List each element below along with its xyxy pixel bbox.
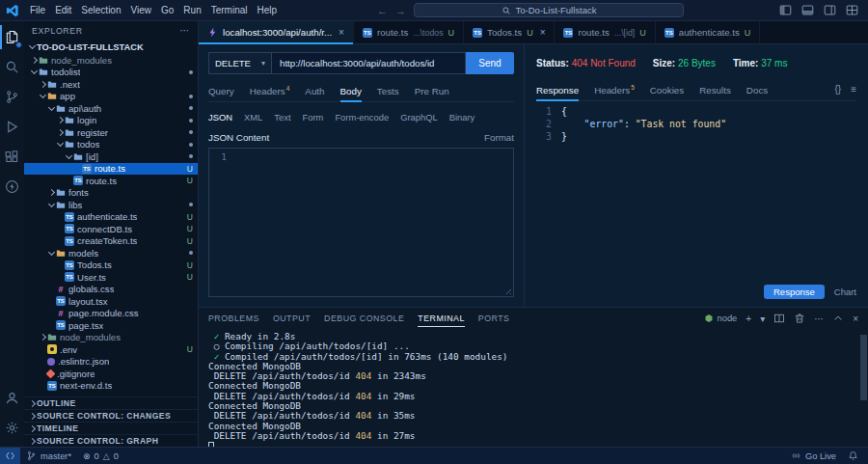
body-type-tab-xml[interactable]: XML: [244, 111, 262, 123]
source-control-icon[interactable]: [0, 83, 24, 111]
close-icon[interactable]: ×: [540, 27, 546, 38]
menu-run[interactable]: Run: [178, 5, 205, 15]
body-type-tab-form-encode[interactable]: Form-encode: [335, 111, 389, 123]
more-actions-icon[interactable]: ⋯: [814, 314, 824, 324]
menu-selection[interactable]: Selection: [76, 5, 125, 15]
request-tab-auth[interactable]: Auth: [305, 83, 324, 101]
menu-view[interactable]: View: [126, 5, 157, 15]
menu-go[interactable]: Go: [156, 5, 178, 15]
remote-indicator[interactable]: [0, 448, 20, 464]
request-tab-pre-run[interactable]: Pre Run: [415, 83, 449, 101]
json-body-editor[interactable]: 1: [208, 148, 514, 297]
customize-layout-icon[interactable]: [846, 4, 858, 16]
close-icon[interactable]: ×: [339, 27, 344, 38]
run-and-debug-icon[interactable]: [0, 113, 24, 141]
split-terminal-icon[interactable]: [773, 313, 785, 324]
response-tab-results[interactable]: Results: [699, 82, 731, 100]
response-tab-docs[interactable]: Docs: [746, 82, 768, 100]
response-tab-headers[interactable]: Headers5: [594, 81, 635, 100]
tree-item-todos-ts[interactable]: TSTodos.tsU: [24, 259, 198, 272]
git-branch-item[interactable]: master*: [20, 448, 77, 464]
explorer-icon[interactable]: [0, 23, 24, 51]
section-outline[interactable]: OUTLINE: [24, 396, 198, 409]
tree-item-models[interactable]: models: [24, 247, 198, 259]
response-tab-cookies[interactable]: Cookies: [650, 82, 684, 100]
panel-tab-output[interactable]: OUTPUT: [273, 308, 311, 329]
tree-item-app[interactable]: app: [24, 91, 198, 103]
method-dropdown[interactable]: DELETE ▾: [208, 52, 272, 74]
request-tab-query[interactable]: Query: [208, 83, 234, 101]
tree-item-libs[interactable]: libs: [24, 199, 198, 211]
tree-item-node-modules[interactable]: node_modules: [24, 332, 198, 344]
tree-item-id[interactable]: [id]: [24, 150, 198, 163]
maximize-panel-icon[interactable]: [832, 313, 844, 324]
go-live-button[interactable]: Go Live: [785, 448, 842, 464]
format-link[interactable]: Format: [484, 132, 514, 143]
section-source-control-changes[interactable]: SOURCE CONTROL: CHANGES: [24, 409, 198, 422]
resize-handle-icon[interactable]: [503, 287, 511, 294]
panel-tab-ports[interactable]: PORTS: [478, 308, 510, 329]
response-view-button[interactable]: Response: [764, 285, 825, 299]
chart-view-button[interactable]: Chart: [834, 287, 856, 297]
panel-tab-problems[interactable]: PROBLEMS: [208, 308, 259, 329]
word-wrap-lines-icon[interactable]: ≡: [851, 84, 856, 95]
kill-terminal-icon[interactable]: [794, 313, 805, 324]
tree-item-createtoken-ts[interactable]: TScreateToken.tsU: [24, 235, 198, 248]
body-type-tab-json[interactable]: JSON: [208, 111, 232, 123]
tree-item-next[interactable]: .next: [24, 78, 198, 91]
toggle-primary-sidebar-icon[interactable]: [779, 4, 792, 16]
new-terminal-icon[interactable]: +: [746, 314, 751, 324]
menu-file[interactable]: File: [25, 5, 50, 15]
tree-item-next-env-d-ts[interactable]: TSnext-env.d.ts: [24, 380, 198, 393]
body-type-tab-graphql[interactable]: GraphQL: [400, 111, 438, 123]
body-type-tab-text[interactable]: Text: [274, 111, 290, 123]
accounts-icon[interactable]: [0, 384, 24, 412]
search-icon[interactable]: [0, 53, 24, 81]
terminal-shell-chip[interactable]: node: [704, 314, 738, 323]
editor-tab-todos-ts[interactable]: TSTodos.tsU×: [464, 21, 555, 43]
tree-item-authenticate-ts[interactable]: TSauthenticate.tsU: [24, 211, 198, 224]
workspace-root-item[interactable]: TO-DO-LIST-FULLSTACK: [24, 40, 198, 54]
tree-item-fonts[interactable]: fonts: [24, 187, 198, 200]
settings-icon[interactable]: [0, 414, 24, 442]
menu-edit[interactable]: Edit: [50, 5, 76, 15]
send-button[interactable]: Send: [466, 52, 514, 74]
url-input[interactable]: http://localhost:3000/api/auth/todos/id: [272, 52, 466, 74]
forward-arrow-icon[interactable]: →: [395, 5, 406, 16]
section-timeline[interactable]: TIMELINE: [24, 422, 198, 434]
notifications-bell-icon[interactable]: [842, 448, 864, 464]
tree-item-api-auth[interactable]: api\auth: [24, 102, 198, 115]
tree-item-todos[interactable]: todos: [24, 139, 198, 151]
toggle-panel-icon[interactable]: [801, 4, 814, 16]
tree-item-connectdb-ts[interactable]: TSconnectDB.tsU: [24, 223, 198, 235]
thunder-client-icon[interactable]: [0, 173, 24, 201]
tree-item-page-tsx[interactable]: TSpage.tsx: [24, 319, 198, 332]
tree-item-route-ts[interactable]: TSroute.tsU: [24, 175, 198, 187]
format-braces-icon[interactable]: {}: [834, 84, 841, 95]
tree-item-globals-css[interactable]: #globals.css: [24, 284, 198, 296]
request-tab-tests[interactable]: Tests: [377, 83, 399, 101]
tree-item-todolist[interactable]: todolist: [24, 67, 198, 79]
tree-item-register[interactable]: register: [24, 126, 198, 139]
body-type-tab-binary[interactable]: Binary: [449, 111, 475, 123]
toggle-secondary-sidebar-icon[interactable]: [824, 4, 836, 16]
tree-item-node-modules[interactable]: node_modules: [24, 54, 198, 67]
menu-help[interactable]: Help: [253, 5, 283, 15]
section-source-control-graph[interactable]: SOURCE CONTROL: GRAPH: [24, 434, 198, 447]
tree-item-layout-tsx[interactable]: TSlayout.tsx: [24, 295, 198, 308]
tree-item-gitignore[interactable]: .gitignore: [24, 368, 198, 380]
terminal-dropdown-icon[interactable]: ▾: [760, 314, 765, 324]
panel-tab-terminal[interactable]: TERMINAL: [418, 308, 464, 329]
editor-tab-route-ts[interactable]: TSroute.ts...\todosU: [354, 21, 464, 43]
tree-item-user-ts[interactable]: TSUser.tsU: [24, 271, 198, 284]
editor-tab-localhost-3000-api-auth-r[interactable]: localhost:3000/api/auth/r...×: [199, 21, 354, 43]
problems-indicator[interactable]: ⊗0 △0: [77, 448, 124, 464]
terminal-scrollbar[interactable]: [860, 335, 867, 400]
tree-item-env[interactable]: .envU: [24, 343, 198, 356]
command-center-search[interactable]: To-Do-List-Fullstack: [414, 3, 684, 17]
more-actions-icon[interactable]: ⋯: [179, 25, 190, 36]
extensions-icon[interactable]: [0, 143, 24, 171]
editor-tab-authenticate-ts[interactable]: TSauthenticate.tsU: [656, 21, 761, 43]
tree-item-route-ts[interactable]: TSroute.tsU: [24, 163, 198, 176]
request-tab-body[interactable]: Body: [340, 83, 362, 101]
